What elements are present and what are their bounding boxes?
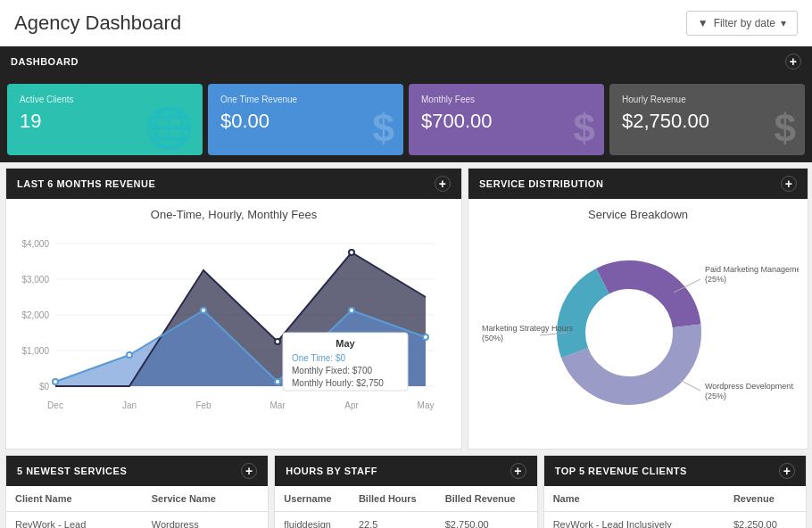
svg-text:Monthly Fixed: $700: Monthly Fixed: $700 (292, 366, 372, 375)
stat-value-one-time: $0.00 (220, 110, 391, 133)
svg-point-17 (423, 334, 428, 340)
filter-by-date-button[interactable]: ▼ Filter by date ▾ (686, 11, 798, 36)
stat-card-monthly-fees: Monthly Fees $700.00 $ (409, 84, 604, 155)
revenue-label: LAST 6 MONTHS REVENUE (17, 178, 155, 189)
top-clients-label: TOP 5 REVENUE CLIENTS (555, 466, 687, 476)
line-chart-svg: $4,000 $3,000 $2,000 $1,000 $0 (15, 226, 452, 440)
top-clients-panel: TOP 5 REVENUE CLIENTS + Name Revenue Rev… (543, 455, 807, 528)
newest-services-plus-icon[interactable]: + (241, 463, 257, 479)
stats-row: Active Clients 19 🌐 One Time Revenue $0.… (0, 77, 812, 162)
stat-label-hourly: Hourly Revenue (622, 95, 792, 104)
donut-area: Service Breakdown (468, 199, 808, 449)
service-dist-panel: SERVICE DISTRIBUTION + Service Breakdown (468, 168, 808, 450)
svg-text:(25%): (25%) (705, 392, 726, 400)
svg-text:May: May (336, 338, 355, 349)
svg-point-13 (127, 352, 132, 358)
service-dist-plus-icon[interactable]: + (781, 176, 797, 192)
line-chart-container: $4,000 $3,000 $2,000 $1,000 $0 (15, 226, 452, 442)
donut-chart-svg: Paid Marketing Management (25%) Marketin… (477, 226, 799, 440)
hours-by-staff-plus-icon[interactable]: + (510, 463, 526, 479)
svg-text:Dec: Dec (47, 400, 63, 410)
svg-text:(50%): (50%) (482, 334, 503, 342)
svg-text:(25%): (25%) (705, 275, 726, 284)
svg-text:Jan: Jan (122, 400, 137, 410)
chart-title: One-Time, Hourly, Monthly Fees (15, 208, 452, 221)
bottom-row: 5 NEWEST SERVICES + Client Name Service … (0, 455, 812, 528)
donut-container: Paid Marketing Management (25%) Marketin… (477, 226, 799, 440)
svg-text:$1,000: $1,000 (21, 346, 49, 356)
svg-text:$0: $0 (39, 382, 50, 392)
dollar-icon-1: $ (373, 106, 394, 151)
svg-point-14 (201, 308, 206, 313)
top-clients-header: TOP 5 REVENUE CLIENTS + (544, 456, 806, 486)
chevron-down-icon: ▾ (781, 17, 786, 29)
cell-hours: 22.5 (350, 512, 436, 529)
cell-client-name: RevWork - Lead Inclusively (544, 512, 725, 529)
cell-client: RevWork - Lead Inclusively (6, 512, 143, 529)
svg-text:Paid Marketing Management: Paid Marketing Management (705, 265, 799, 274)
col-name: Name (544, 486, 725, 512)
dollar-icon-2: $ (574, 106, 595, 151)
stat-value-hourly: $2,750.00 (622, 110, 792, 133)
svg-point-18 (275, 339, 280, 344)
col-billed-hours: Billed Hours (350, 486, 436, 512)
newest-services-header: 5 NEWEST SERVICES + (6, 456, 268, 486)
svg-text:One Time: $0: One Time: $0 (292, 353, 345, 363)
stat-label-one-time: One Time Revenue (220, 95, 391, 104)
svg-text:Wordpress Development: Wordpress Development (705, 382, 793, 391)
svg-text:$3,000: $3,000 (21, 275, 49, 285)
table-row: fluiddesign 22.5 $2,750.00 (275, 512, 536, 529)
col-revenue: Revenue (725, 486, 806, 512)
col-username: Username (275, 486, 350, 512)
hours-by-staff-label: HOURS BY STAFF (286, 466, 377, 476)
stat-value-monthly: $700.00 (421, 110, 592, 133)
chart-area: One-Time, Hourly, Monthly Fees $4,000 $3… (6, 199, 461, 447)
hours-by-staff-table: Username Billed Hours Billed Revenue flu… (275, 486, 536, 528)
col-service-name: Service Name (143, 486, 269, 512)
svg-point-12 (53, 379, 58, 384)
col-client-name: Client Name (6, 486, 143, 512)
svg-text:Feb: Feb (195, 400, 211, 410)
dashboard-label: DASHBOARD (11, 56, 79, 67)
svg-text:May: May (418, 400, 435, 410)
newest-services-label: 5 NEWEST SERVICES (17, 466, 127, 476)
svg-text:Monthly Hourly: $2,750: Monthly Hourly: $2,750 (292, 378, 384, 388)
cell-username: fluiddesign (275, 512, 350, 529)
table-row: RevWork - Lead Inclusively $2,250.00 (544, 512, 806, 529)
newest-services-panel: 5 NEWEST SERVICES + Client Name Service … (5, 455, 269, 528)
table-row: RevWork - Lead Inclusively Wordpress Dev… (6, 512, 268, 529)
svg-text:Marketing Strategy Hours: Marketing Strategy Hours (482, 324, 574, 333)
cell-revenue: $2,750.00 (436, 512, 537, 529)
revenue-plus-icon[interactable]: + (435, 176, 451, 192)
col-billed-revenue: Billed Revenue (436, 486, 537, 512)
svg-text:$4,000: $4,000 (21, 239, 49, 249)
hours-by-staff-header: HOURS BY STAFF + (275, 456, 536, 486)
stat-label-active-clients: Active Clients (20, 95, 190, 104)
cell-client-revenue: $2,250.00 (725, 512, 806, 529)
newest-services-table: Client Name Service Name RevWork - Lead … (6, 486, 268, 528)
svg-line-44 (678, 379, 700, 391)
stat-label-monthly: Monthly Fees (421, 95, 592, 104)
revenue-section-header: LAST 6 MONTHS REVENUE + (6, 169, 461, 199)
page-header: Agency Dashboard ▼ Filter by date ▾ (0, 0, 812, 46)
svg-point-16 (349, 308, 354, 313)
donut-title: Service Breakdown (477, 208, 799, 221)
svg-text:Apr: Apr (344, 400, 359, 410)
globe-icon: 🌐 (145, 104, 194, 151)
stat-card-hourly: Hourly Revenue $2,750.00 $ (609, 84, 805, 155)
svg-text:Mar: Mar (269, 400, 286, 410)
funnel-icon: ▼ (698, 17, 708, 29)
dollar-icon-3: $ (775, 106, 796, 151)
dashboard-plus-icon[interactable]: + (785, 54, 801, 70)
top-clients-plus-icon[interactable]: + (779, 463, 795, 479)
svg-point-35 (589, 293, 669, 373)
top-clients-table: Name Revenue RevWork - Lead Inclusively … (544, 486, 806, 528)
cell-service: Wordpress Development (143, 512, 269, 529)
revenue-panel: LAST 6 MONTHS REVENUE + One-Time, Hourly… (5, 168, 462, 450)
stat-card-active-clients: Active Clients 19 🌐 (7, 84, 203, 155)
svg-text:$2,000: $2,000 (21, 310, 49, 320)
service-dist-header: SERVICE DISTRIBUTION + (468, 169, 808, 199)
svg-point-19 (349, 250, 354, 255)
svg-point-15 (275, 379, 280, 384)
main-panels: LAST 6 MONTHS REVENUE + One-Time, Hourly… (0, 162, 812, 455)
